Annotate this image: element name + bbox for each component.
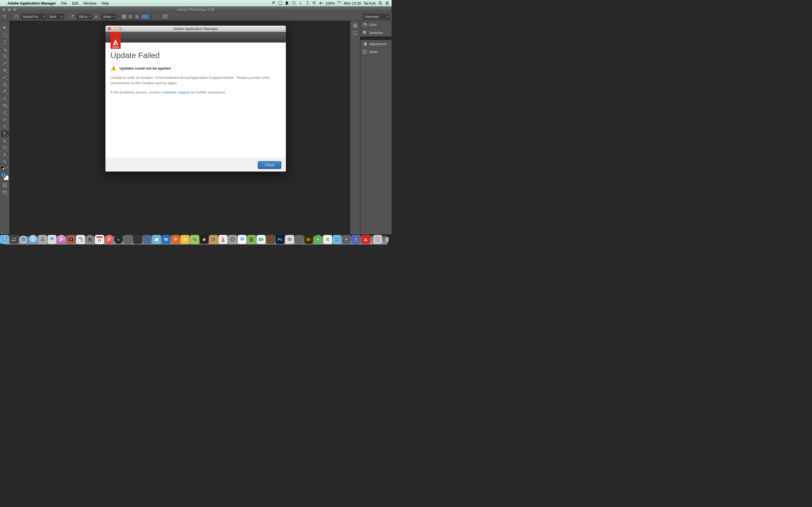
- menubar-edit[interactable]: Edit: [69, 1, 81, 5]
- swap-colors-icon[interactable]: [5, 166, 8, 170]
- menubar-user[interactable]: Tat Koh: [363, 1, 376, 5]
- customer-support-link[interactable]: customer support: [161, 90, 190, 94]
- dock-spotify[interactable]: [114, 235, 123, 244]
- dock-appstore[interactable]: [29, 235, 38, 244]
- anti-alias-dropdown[interactable]: Sharp: [101, 14, 116, 19]
- dock-messenger[interactable]: [190, 235, 199, 244]
- dock-finder2[interactable]: [333, 235, 342, 244]
- window-close-button[interactable]: [2, 8, 6, 11]
- tool-preset-picker[interactable]: T: [2, 13, 8, 20]
- dock-preview[interactable]: [76, 235, 85, 244]
- notification-center-icon[interactable]: [385, 1, 389, 5]
- font-family-dropdown[interactable]: Myriad Pro: [21, 14, 47, 19]
- dialog-close-button[interactable]: [108, 27, 111, 31]
- dock-facetime[interactable]: [257, 235, 266, 244]
- panel-color[interactable]: Color: [360, 21, 392, 29]
- bluetooth-icon[interactable]: [305, 1, 310, 5]
- dock-shortcut[interactable]: [342, 235, 351, 244]
- dock-itunes-store[interactable]: [57, 235, 66, 244]
- type-tool[interactable]: T: [1, 130, 8, 136]
- quick-select-tool[interactable]: [1, 46, 8, 52]
- dock-adobe[interactable]: [361, 235, 370, 244]
- zoom-tool[interactable]: [1, 159, 8, 165]
- dock-photobooth[interactable]: [66, 235, 75, 244]
- dock-safari[interactable]: [19, 235, 28, 244]
- eyedropper-tool[interactable]: [1, 60, 8, 66]
- dock-x[interactable]: [323, 235, 332, 244]
- foreground-color[interactable]: [1, 172, 6, 177]
- dock-screenshot[interactable]: [285, 235, 294, 244]
- battery-icon[interactable]: [337, 1, 342, 5]
- character-panel-button[interactable]: [162, 13, 168, 20]
- dropbox-menubar-icon[interactable]: [271, 1, 276, 5]
- dock-vlc[interactable]: [218, 235, 227, 244]
- dock-systempref[interactable]: [228, 235, 237, 244]
- text-orientation-toggle[interactable]: T: [13, 13, 20, 20]
- dock-powerpoint[interactable]: P: [171, 235, 180, 244]
- menubar-icon-2[interactable]: [298, 1, 303, 5]
- dock-garageband[interactable]: [209, 235, 218, 244]
- align-right-button[interactable]: [134, 14, 140, 19]
- dock-finder[interactable]: [0, 235, 9, 244]
- warp-text-button[interactable]: T: [154, 13, 161, 20]
- wifi-icon[interactable]: [312, 1, 316, 5]
- history-panel-icon[interactable]: [352, 22, 359, 29]
- dock-sparrow[interactable]: [152, 235, 161, 244]
- menubar-app-name[interactable]: Adobe Application Manager: [5, 1, 58, 5]
- font-size-dropdown[interactable]: 100 pt: [77, 14, 92, 19]
- dock-dropbox[interactable]: [238, 235, 247, 244]
- dialog-close-action-button[interactable]: Close: [258, 161, 282, 169]
- panel-adjustments[interactable]: Adjustments: [360, 40, 392, 48]
- text-color-swatch[interactable]: [141, 14, 149, 19]
- hand-tool[interactable]: [1, 152, 8, 158]
- volume-icon[interactable]: [319, 1, 323, 5]
- dock-trash[interactable]: [383, 235, 392, 244]
- dock-info[interactable]: i: [352, 235, 361, 244]
- menubar-help[interactable]: Help: [99, 1, 112, 5]
- window-minimize-button[interactable]: [8, 8, 11, 11]
- healing-brush-tool[interactable]: [1, 67, 8, 73]
- menubar-file[interactable]: File: [58, 1, 69, 5]
- align-center-button[interactable]: [128, 14, 134, 19]
- dock-app-14[interactable]: [123, 235, 133, 244]
- dodge-tool[interactable]: [1, 116, 8, 122]
- window-zoom-button[interactable]: [13, 8, 16, 11]
- dock-quicktime[interactable]: [86, 235, 94, 244]
- evernote-menubar-icon[interactable]: [285, 1, 289, 5]
- spotlight-icon[interactable]: [378, 1, 383, 5]
- pen-tool[interactable]: [1, 123, 8, 129]
- workspace-switcher[interactable]: Essentials: [363, 14, 390, 19]
- marquee-tool[interactable]: [1, 32, 8, 38]
- dock-minecraft[interactable]: [266, 235, 275, 244]
- crop-tool[interactable]: [1, 53, 8, 59]
- dialog-titlebar[interactable]: Adobe Application Manager: [105, 25, 286, 32]
- dock-evernote[interactable]: [247, 235, 256, 244]
- clone-stamp-tool[interactable]: [1, 81, 8, 87]
- quick-mask-toggle[interactable]: [1, 182, 8, 188]
- dock-ical[interactable]: 23: [95, 235, 104, 244]
- dock-bridge[interactable]: Br: [304, 235, 313, 244]
- menubar-window[interactable]: Window: [81, 1, 99, 5]
- dock-photoshop[interactable]: Ps: [275, 235, 285, 244]
- panel-styles[interactable]: fx Styles: [360, 48, 392, 56]
- path-select-tool[interactable]: [1, 137, 8, 144]
- rectangle-tool[interactable]: [1, 145, 8, 151]
- panel-swatches[interactable]: Swatches: [360, 29, 392, 37]
- dock-hdd[interactable]: [373, 235, 382, 244]
- color-picker[interactable]: [1, 172, 9, 180]
- eraser-tool[interactable]: [1, 95, 8, 101]
- properties-panel-icon[interactable]: [352, 30, 359, 36]
- brush-tool[interactable]: [1, 74, 8, 80]
- dock-itunes[interactable]: [105, 235, 114, 244]
- menubar-icon-1[interactable]: [278, 1, 283, 5]
- screen-mode-toggle[interactable]: [1, 189, 8, 195]
- dock-app-16[interactable]: [143, 235, 152, 244]
- dock-word[interactable]: W: [161, 235, 170, 244]
- os-menubar[interactable]: Adobe Application Manager File Edit Wind…: [0, 0, 392, 6]
- timemachine-icon[interactable]: [292, 1, 296, 5]
- dock-outlook[interactable]: O: [181, 235, 190, 244]
- dock-dashboard[interactable]: [10, 235, 18, 244]
- font-style-dropdown[interactable]: Bold: [48, 14, 64, 19]
- dock-imovie[interactable]: [200, 235, 209, 244]
- gradient-tool[interactable]: [1, 102, 8, 108]
